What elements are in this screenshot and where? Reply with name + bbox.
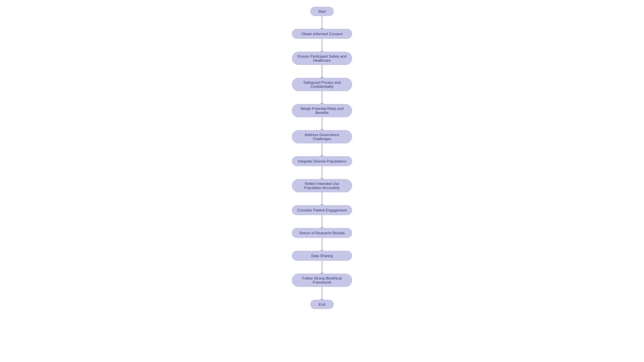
node-consider-patient: Consider Patient Engagement: [292, 205, 352, 215]
connector-6: [322, 143, 322, 156]
node-follow-strong: Follow Strong Bioethical Framework: [292, 274, 352, 287]
node-weigh-risks: Weigh Potential Risks and Benefits: [292, 104, 352, 117]
node-address-governance: Address Governance Challenges: [292, 130, 352, 143]
connector-1: [322, 16, 322, 29]
node-obtain-informed-consent: Obtain Informed Consent: [292, 29, 352, 39]
connector-12: [322, 287, 322, 300]
connector-9: [322, 215, 322, 228]
connector-2: [322, 39, 322, 52]
connector-8: [322, 192, 322, 205]
connector-11: [322, 261, 322, 274]
node-safeguard-privacy: Safeguard Privacy and Confidentiality: [292, 78, 352, 91]
node-start: Start: [310, 7, 334, 16]
connector-10: [322, 238, 322, 251]
flowchart: Start Obtain Informed Consent Ensure Par…: [292, 0, 352, 322]
node-ensure-participant-safety: Ensure Participant Safety and Healthcare: [292, 52, 352, 65]
node-data-sharing: Data Sharing: [292, 251, 352, 261]
node-end: End: [310, 300, 334, 309]
node-reflect-intended: Reflect Intended Use Population Accurate…: [292, 179, 352, 192]
connector-5: [322, 117, 322, 130]
node-return-research: Return of Research Results: [292, 228, 352, 238]
connector-7: [322, 166, 322, 179]
node-integrate-diverse: Integrate Diverse Populations: [292, 156, 352, 166]
connector-4: [322, 91, 322, 104]
connector-3: [322, 65, 322, 78]
